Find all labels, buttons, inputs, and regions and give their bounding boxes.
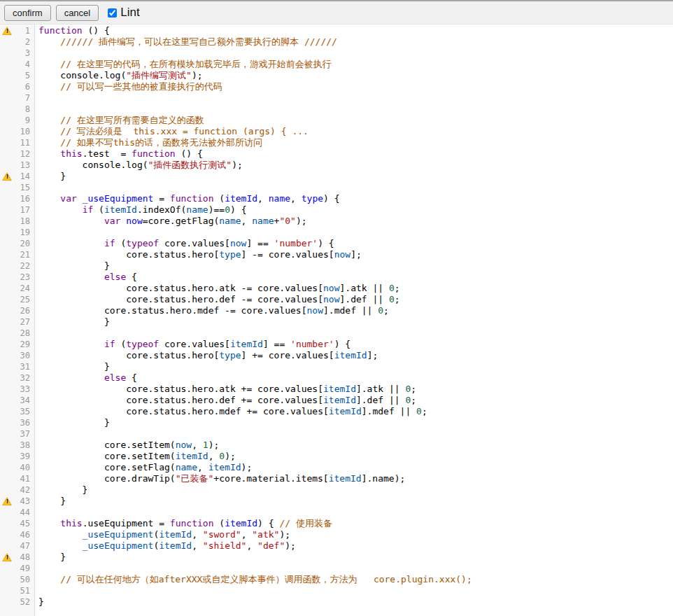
line-number: 28 [14, 328, 35, 339]
code-line[interactable]: 44 [0, 507, 673, 518]
code-line[interactable]: 19 [0, 227, 673, 238]
line-number: 24 [14, 283, 35, 294]
line-number: 10 [14, 126, 35, 137]
code-line[interactable]: 32 else { [0, 372, 673, 384]
line-number: 35 [14, 406, 35, 417]
code-text: console.log("插件函数执行测试"); [35, 160, 243, 171]
gutter-marker [0, 137, 14, 148]
code-line[interactable]: 12 this.test = function () { [0, 148, 673, 160]
code-line[interactable]: 46 _useEquipment(itemId, "sword", "atk")… [0, 529, 673, 540]
code-line[interactable]: 22 } [0, 260, 673, 272]
cancel-button[interactable]: cancel [56, 5, 99, 21]
gutter-marker [0, 350, 14, 361]
lint-warning-icon[interactable] [2, 497, 12, 505]
code-line[interactable]: 45 this.useEquipment = function (itemId)… [0, 518, 673, 529]
gutter-marker [0, 249, 14, 260]
line-number: 52 [14, 596, 35, 608]
code-line[interactable]: 41 core.drawTip("已装备"+core.material.item… [0, 473, 673, 484]
code-line[interactable]: 50 // 可以在任何地方（如afterXXX或自定义脚本事件）调用函数，方法为… [0, 574, 673, 585]
code-line[interactable]: 49 [0, 563, 673, 574]
code-line[interactable]: 25 core.status.hero.def -= core.values[n… [0, 294, 673, 305]
code-text: if (typeof core.values[now] == 'number')… [35, 238, 334, 249]
code-line[interactable]: 23 else { [0, 272, 673, 283]
lint-checkbox[interactable] [108, 8, 117, 18]
lint-warning-icon[interactable] [2, 172, 12, 181]
code-line[interactable]: 51 [0, 585, 673, 596]
code-line[interactable]: 5 console.log("插件编写测试"); [0, 70, 673, 81]
code-line[interactable]: 39 core.setItem(itemId, 0); [0, 451, 673, 462]
code-line[interactable]: 47 _useEquipment(itemId, "shield", "def"… [0, 540, 673, 552]
code-line[interactable]: 4 // 在这里写的代码，在所有模块加载完毕后，游戏开始前会被执行 [0, 59, 673, 70]
line-number: 41 [14, 473, 35, 484]
code-line[interactable]: 35 core.status.hero.mdef += core.values[… [0, 406, 673, 417]
line-number: 16 [14, 193, 35, 204]
code-line[interactable]: 40 core.setFlag(name, itemId); [0, 462, 673, 473]
code-line[interactable]: 37 [0, 428, 673, 440]
line-number: 1 [14, 25, 35, 36]
lint-warning-icon[interactable] [2, 27, 12, 35]
code-line[interactable]: 20 if (typeof core.values[now] == 'numbe… [0, 238, 673, 249]
code-line[interactable]: 31 } [0, 361, 673, 372]
code-line[interactable]: 30 core.status.hero[type] += core.values… [0, 350, 673, 361]
code-line[interactable]: 27 } [0, 316, 673, 328]
code-line[interactable]: 42 } [0, 484, 673, 496]
code-line[interactable]: 38 core.setItem(now, 1); [0, 440, 673, 451]
lint-warning-marker[interactable] [0, 171, 14, 182]
gutter-marker [0, 272, 14, 283]
code-line[interactable]: 29 if (typeof core.values[itemId] == 'nu… [0, 339, 673, 350]
code-line[interactable]: 34 core.status.hero.def += core.values[i… [0, 395, 673, 406]
gutter-marker [0, 316, 14, 328]
code-line[interactable]: 2 ////// 插件编写，可以在这里写自己额外需要执行的脚本 ////// [0, 36, 673, 48]
line-number: 45 [14, 518, 35, 529]
code-line[interactable]: 14 } [0, 171, 673, 182]
code-line[interactable]: 48 } [0, 552, 673, 563]
code-line[interactable]: 33 core.status.hero.atk += core.values[i… [0, 384, 673, 395]
code-line[interactable]: 7 [0, 92, 673, 104]
line-number: 25 [14, 294, 35, 305]
code-line[interactable]: 26 core.status.hero.mdef -= core.values[… [0, 305, 673, 316]
gutter-marker [0, 70, 14, 81]
code-text: core.status.hero[type] += core.values[it… [35, 350, 378, 361]
code-line[interactable]: 43 } [0, 496, 673, 507]
code-text: var _useEquipment = function (itemId, na… [35, 193, 340, 204]
gutter-marker [0, 227, 14, 238]
gutter-marker [0, 529, 14, 540]
lint-warning-icon[interactable] [2, 553, 12, 561]
code-line[interactable]: 15 [0, 182, 673, 193]
code-line[interactable]: 1function () { [0, 25, 673, 36]
code-line[interactable]: 8 [0, 104, 673, 115]
code-text: core.status.hero.atk += core.values[item… [35, 384, 416, 395]
lint-warning-marker[interactable] [0, 496, 14, 507]
code-line[interactable]: 6 // 可以写一些其他的被直接执行的代码 [0, 81, 673, 92]
gutter-marker [0, 428, 14, 440]
code-line[interactable]: 10 // 写法必须是 this.xxx = function (args) {… [0, 126, 673, 137]
code-line[interactable]: 24 core.status.hero.atk -= core.values[n… [0, 283, 673, 294]
line-number: 17 [14, 204, 35, 216]
confirm-button[interactable]: confirm [4, 5, 51, 21]
code-line[interactable]: 18 var now=core.getFlag(name, name+"0"); [0, 216, 673, 227]
lint-warning-marker[interactable] [0, 552, 14, 563]
code-line[interactable]: 13 console.log("插件函数执行测试"); [0, 160, 673, 171]
line-number: 49 [14, 563, 35, 574]
gutter-marker [0, 596, 14, 608]
line-number: 14 [14, 171, 35, 182]
gutter-marker [0, 484, 14, 496]
code-line[interactable]: 52} [0, 596, 673, 608]
lint-warning-marker[interactable] [0, 25, 14, 36]
gutter-marker [0, 48, 14, 59]
code-text [35, 104, 38, 115]
code-line[interactable]: 28 [0, 328, 673, 339]
gutter-marker [0, 148, 14, 160]
gutter-marker [0, 361, 14, 372]
code-editor[interactable]: 1function () {2 ////// 插件编写，可以在这里写自己额外需要… [0, 24, 673, 616]
gutter-marker [0, 563, 14, 574]
line-number: 3 [14, 48, 35, 59]
code-line[interactable]: 3 [0, 48, 673, 59]
code-text: core.status.hero.mdef -= core.values[now… [35, 305, 389, 316]
code-line[interactable]: 21 core.status.hero[type] -= core.values… [0, 249, 673, 260]
code-line[interactable]: 11 // 如果不写this的话，函数将无法被外部所访问 [0, 137, 673, 148]
code-line[interactable]: 36 } [0, 417, 673, 428]
code-line[interactable]: 17 if (itemId.indexOf(name)==0) { [0, 204, 673, 216]
code-line[interactable]: 9 // 在这里写所有需要自定义的函数 [0, 115, 673, 126]
code-line[interactable]: 16 var _useEquipment = function (itemId,… [0, 193, 673, 204]
